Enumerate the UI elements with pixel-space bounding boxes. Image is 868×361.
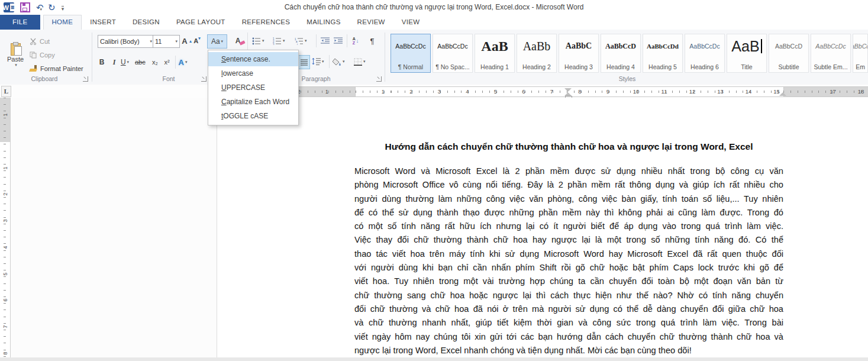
style-item-heading-6[interactable]: AaBbCcDcHeading 6 <box>685 34 725 73</box>
style-name: Heading 2 <box>517 63 556 70</box>
case-menu-item-toggle-case[interactable]: tOGGLE cASE <box>208 109 298 123</box>
clipboard-dialog-launcher-icon[interactable] <box>83 76 88 82</box>
underline-button[interactable]: U▾ <box>120 56 130 69</box>
underline-caret-icon[interactable]: ▾ <box>127 60 130 65</box>
undo-caret-icon[interactable]: ▾ <box>40 7 43 11</box>
strikethrough-icon: abc <box>135 59 146 66</box>
text-effects-button[interactable]: A▾ <box>178 56 188 69</box>
clipboard-group-label: Clipboard <box>12 75 77 83</box>
justify-button[interactable] <box>298 55 310 69</box>
style-item-heading-2[interactable]: AaBbHeading 2 <box>517 34 557 73</box>
increase-indent-button[interactable] <box>333 34 343 47</box>
multilevel-list-button[interactable]: 1ai ▾ <box>295 34 307 47</box>
font-size-caret-icon[interactable]: ▾ <box>175 39 178 44</box>
grow-font-button[interactable]: A▴ <box>179 35 190 47</box>
horizontal-ruler[interactable]: 121234567891011121314151718 <box>217 86 868 97</box>
horizontal-scrollbar[interactable] <box>0 357 868 361</box>
shading-caret-icon[interactable]: ▾ <box>343 59 345 64</box>
show-formatting-marks-button[interactable]: ¶ <box>367 34 377 47</box>
style-item-em[interactable]: AaBbCcDEm <box>853 34 868 73</box>
case-menu-item-sentence-case-[interactable]: Sentence case. <box>208 52 298 66</box>
bullets-button[interactable]: ▾ <box>252 34 264 47</box>
tab-page-layout[interactable]: PAGE LAYOUT <box>168 15 234 30</box>
paste-button[interactable]: Paste ▾ <box>4 34 27 76</box>
text-effects-caret-icon: ▾ <box>185 60 188 65</box>
style-item-heading-4[interactable]: AaBbCcDHeading 4 <box>601 34 641 73</box>
numbering-button[interactable]: 123 ▾ <box>273 34 285 47</box>
font-name-combobox[interactable]: Calibri (Body)▾ <box>98 35 154 48</box>
ruler-number: 8 <box>2 349 8 357</box>
underline-icon: U <box>121 58 126 66</box>
strikethrough-button[interactable]: abc <box>135 56 146 69</box>
tab-mailings[interactable]: MAILINGS <box>298 15 349 30</box>
style-item-heading-5[interactable]: AaBbCcDdHeading 5 <box>643 34 683 73</box>
tab-references[interactable]: REFERENCES <box>234 15 299 30</box>
style-sample: AaBbCcD <box>601 34 640 58</box>
clear-formatting-button[interactable]: A <box>231 34 245 47</box>
style-item-heading-1[interactable]: AaBHeading 1 <box>475 34 515 73</box>
font-name-caret-icon[interactable]: ▾ <box>150 39 152 44</box>
word-logo-icon[interactable]: W≣ <box>4 2 14 12</box>
paste-caret-icon[interactable]: ▾ <box>15 63 17 67</box>
tab-home[interactable]: HOME <box>43 15 82 30</box>
style-item-subtitle[interactable]: AaBbCcDSubtitle <box>769 34 809 73</box>
sort-button[interactable]: AZ ↓ <box>350 34 361 47</box>
tab-view[interactable]: VIEW <box>393 15 428 30</box>
copy-button[interactable]: Copy <box>30 49 92 61</box>
decrease-indent-button[interactable] <box>320 34 330 47</box>
body-line: có một số tính năng rất hữu ích nhưng lạ… <box>354 220 783 233</box>
first-line-indent-marker[interactable] <box>564 88 572 92</box>
body-line: Việc thay đổi chữ thường thành chữ hoa h… <box>354 233 783 247</box>
right-indent-marker[interactable] <box>779 92 786 96</box>
style-sample: AaBbCcDc <box>433 34 472 58</box>
cut-button[interactable]: Cut <box>30 36 92 47</box>
body-line: người dùng thường làm những công việc vă… <box>354 192 783 206</box>
change-case-button[interactable]: Aa▾ <box>207 34 227 49</box>
subscript-button[interactable]: x₂ <box>150 56 160 69</box>
save-icon[interactable] <box>20 2 30 12</box>
redo-icon[interactable]: ↻ <box>48 3 56 12</box>
bullets-caret-icon[interactable]: ▾ <box>262 38 264 43</box>
style-item-heading-3[interactable]: AaBbCHeading 3 <box>559 34 599 73</box>
font-size-combobox[interactable]: 11▾ <box>153 35 180 48</box>
vertical-ruler[interactable]: 112345678 <box>0 98 11 358</box>
bullets-icon <box>252 37 261 45</box>
ruler-number: 4 <box>464 87 471 96</box>
borders-button[interactable]: ▾ <box>354 55 366 68</box>
line-spacing-button[interactable]: ▾ <box>312 55 324 68</box>
line-spacing-caret-icon[interactable]: ▾ <box>322 59 324 64</box>
style-item--normal[interactable]: AaBbCcDc¶ Normal <box>391 34 431 73</box>
borders-caret-icon[interactable]: ▾ <box>363 59 366 64</box>
numbering-icon: 123 <box>273 37 282 45</box>
paragraph-dialog-launcher-icon[interactable] <box>376 76 382 82</box>
style-item-title[interactable]: AaBTitle <box>727 34 767 73</box>
font-dialog-launcher-icon[interactable] <box>201 76 206 82</box>
customize-qat-icon[interactable]: ▾ <box>62 6 64 11</box>
case-menu-item-capitalize-each-word[interactable]: Capitalize Each Word <box>208 95 298 109</box>
shrink-font-button[interactable]: A▾ <box>192 35 202 47</box>
style-name: Subtle Em... <box>811 63 850 70</box>
tab-review[interactable]: REVIEW <box>349 15 393 30</box>
superscript-button[interactable]: x² <box>162 56 172 69</box>
case-menu-item-lowercase[interactable]: lowercase <box>208 66 298 80</box>
tab-file[interactable]: FILE <box>0 15 40 30</box>
style-sample: AaB <box>727 34 766 58</box>
undo-button[interactable]: ↶▾ <box>36 2 42 13</box>
ruler-number: 18 <box>857 87 864 96</box>
document-page[interactable]: Hướng dẫn cách chuyển chữ thường thành c… <box>217 98 868 358</box>
style-item-subtle-em-[interactable]: AaBbCcDcSubtle Em... <box>811 34 851 73</box>
svg-text:3: 3 <box>273 43 275 45</box>
tab-insert[interactable]: INSERT <box>82 15 124 30</box>
shading-button[interactable]: ▾ <box>333 55 345 68</box>
style-sample: AaBbCcD <box>769 34 808 58</box>
multilevel-list-caret-icon[interactable]: ▾ <box>305 38 307 43</box>
case-menu-item-uppercase[interactable]: UPPERCASE <box>208 80 298 95</box>
italic-button[interactable]: I <box>109 56 119 69</box>
format-painter-button[interactable]: Format Painter <box>30 63 92 75</box>
tab-selector-button[interactable]: L <box>1 86 11 97</box>
style-item--no-spac-[interactable]: AaBbCcDc¶ No Spac... <box>433 34 473 73</box>
tab-design[interactable]: DESIGN <box>124 15 168 30</box>
clear-formatting-icon: A <box>235 37 241 45</box>
numbering-caret-icon[interactable]: ▾ <box>283 38 285 43</box>
bold-button[interactable]: B <box>97 56 107 69</box>
